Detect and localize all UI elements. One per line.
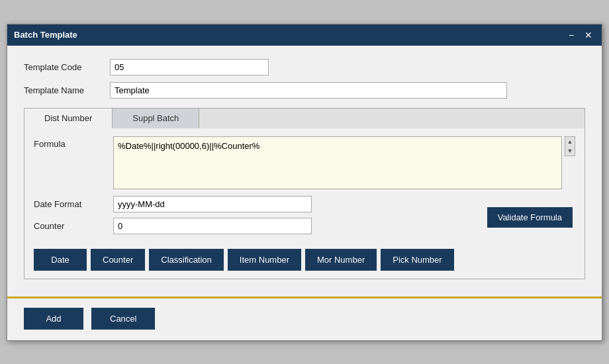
batch-template-window: Batch Template − ✕ Template Code Templat… xyxy=(7,24,602,341)
scroll-down-icon[interactable]: ▼ xyxy=(566,146,575,156)
close-button[interactable]: ✕ xyxy=(582,28,595,42)
counter-label: Counter xyxy=(34,221,113,231)
date-format-input[interactable] xyxy=(113,196,312,212)
template-name-input[interactable] xyxy=(110,82,507,99)
formula-scrollbar[interactable]: ▲ ▼ xyxy=(565,136,575,156)
pick-number-insert-button[interactable]: Pick Number xyxy=(381,249,453,271)
tab-dist-number[interactable]: Dist Number xyxy=(24,109,113,128)
mor-number-insert-button[interactable]: Mor Number xyxy=(305,249,377,271)
titlebar-controls: − ✕ xyxy=(565,28,595,42)
tabs-container: Dist Number Suppl Batch Formula ▲ ▼ xyxy=(24,108,585,279)
minimize-button[interactable]: − xyxy=(565,28,578,42)
tab-suppl-batch[interactable]: Suppl Batch xyxy=(113,109,199,128)
main-content: Template Code Template Name Dist Number … xyxy=(7,46,602,293)
validate-area: Validate Formula xyxy=(312,207,575,228)
formula-label: Formula xyxy=(34,136,113,149)
template-name-label: Template Name xyxy=(24,85,110,95)
classification-insert-button[interactable]: Classification xyxy=(149,249,224,271)
template-code-input[interactable] xyxy=(110,59,269,75)
date-format-label: Date Format xyxy=(34,199,113,209)
counter-row: Counter xyxy=(34,218,312,234)
bottom-bar: Add Cancel xyxy=(7,296,602,340)
scroll-up-icon[interactable]: ▲ xyxy=(566,137,575,146)
formula-textarea[interactable] xyxy=(113,136,562,189)
date-insert-button[interactable]: Date xyxy=(34,249,87,271)
add-button[interactable]: Add xyxy=(24,308,83,330)
window-title: Batch Template xyxy=(14,30,77,40)
tab-bar: Dist Number Suppl Batch xyxy=(24,109,585,128)
template-code-label: Template Code xyxy=(24,62,110,72)
counter-insert-button[interactable]: Counter xyxy=(91,249,145,271)
validate-formula-button[interactable]: Validate Formula xyxy=(487,207,573,228)
item-number-insert-button[interactable]: Item Number xyxy=(228,249,301,271)
template-code-row: Template Code xyxy=(24,59,585,75)
titlebar: Batch Template − ✕ xyxy=(7,24,602,46)
date-format-row: Date Format xyxy=(34,196,312,212)
formula-row: Formula ▲ ▼ xyxy=(34,136,575,189)
cancel-button[interactable]: Cancel xyxy=(91,308,155,330)
counter-input[interactable] xyxy=(113,218,312,234)
template-name-row: Template Name xyxy=(24,82,585,99)
insert-buttons-row: Date Counter Classification Item Number … xyxy=(34,249,575,271)
tab-dist-number-content: Formula ▲ ▼ Date Format xyxy=(24,128,585,279)
